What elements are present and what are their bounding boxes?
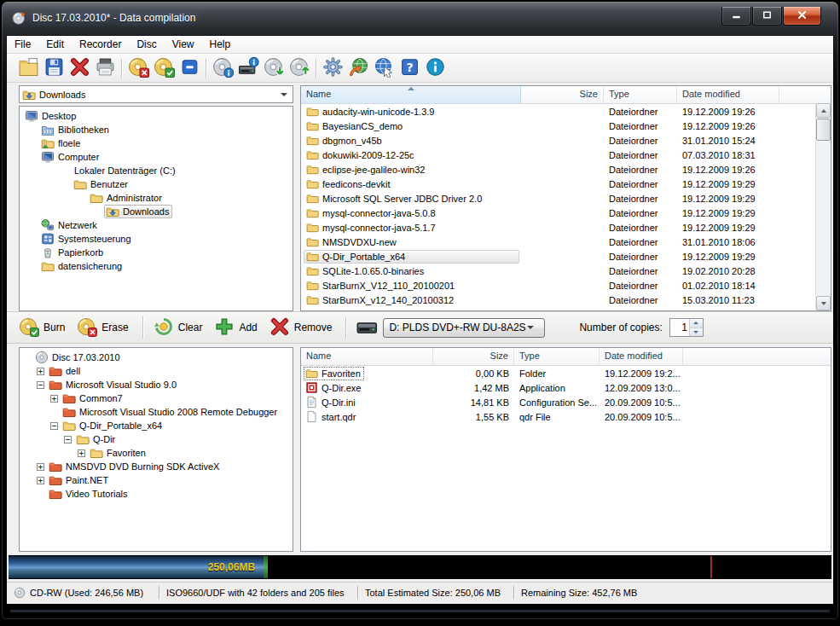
hide-window-button[interactable] (177, 55, 202, 81)
file-date: 19.02.2010 20:28 (677, 266, 779, 276)
erase-disc-button[interactable] (125, 55, 151, 81)
spin-down-button[interactable] (690, 328, 703, 337)
tree-expander[interactable]: + (37, 463, 44, 471)
folder-tree-item[interactable]: floele (20, 136, 293, 150)
compilation-file-row[interactable]: start.qdr 1,55 KB qdr File 20.09.2009 10… (301, 409, 831, 424)
compilation-tree-item[interactable]: − Microsoft Visual Studio 9.0 (20, 378, 293, 391)
compilation-tree-item[interactable]: + Paint.NET (20, 473, 293, 487)
column-header-size[interactable]: Size (521, 86, 604, 103)
erase-button[interactable]: Erase (77, 316, 128, 339)
compilation-tree-item[interactable]: − Q-Dir_Portable_x64 (20, 419, 293, 432)
tree-expander[interactable]: + (50, 395, 58, 403)
burn-button[interactable]: Burn (19, 316, 65, 339)
file-row[interactable]: mysql-connector-java-5.1.7 Dateiordner 1… (301, 220, 831, 235)
folder-tree-item[interactable]: Bibliotheken (20, 123, 293, 136)
tree-expander[interactable]: + (37, 477, 44, 484)
column-header-name[interactable]: Name (301, 348, 433, 365)
vertical-scrollbar[interactable] (815, 103, 831, 310)
compilation-file-row[interactable]: Favoriten 0,00 KB Folder 19.12.2009 19:2… (301, 366, 831, 380)
delete-button[interactable] (67, 55, 92, 81)
column-header-type[interactable]: Type (604, 86, 677, 103)
add-button[interactable]: Add (214, 316, 257, 339)
menu-item[interactable]: Disc (129, 36, 164, 53)
drive-info-button[interactable] (235, 55, 261, 81)
settings-button[interactable] (320, 55, 345, 81)
file-row[interactable]: dbgmon_v45b Dateiordner 31.01.2010 15:24 (301, 133, 831, 148)
spin-up-button[interactable] (690, 319, 703, 328)
file-row[interactable]: dokuwiki-2009-12-25c Dateiordner 07.03.2… (301, 148, 831, 162)
compilation-file-row[interactable]: Q-Dir.ini 14,81 KB Configuration Se... 2… (301, 395, 831, 409)
new-compilation-button[interactable] (15, 55, 41, 81)
scrollbar-thumb[interactable] (816, 119, 831, 141)
folder-dropdown[interactable]: Downloads (19, 85, 293, 103)
file-row[interactable]: mysql-connector-java-5.0.8 Dateiordner 1… (301, 206, 831, 220)
file-row[interactable]: feedicons-devkit Dateiordner 19.12.2009 … (301, 177, 831, 191)
menu-item[interactable]: Recorder (72, 36, 129, 53)
maximize-button[interactable] (752, 7, 782, 26)
folder-tree-item[interactable]: Downloads (20, 205, 293, 218)
menu-item[interactable]: Help (202, 36, 239, 53)
about-button[interactable] (422, 55, 448, 81)
folder-tree-item[interactable]: Systemsteuerung (20, 232, 293, 246)
print-button[interactable] (92, 55, 118, 81)
file-row[interactable]: StarBurnX_V12_110_20100201 Dateiordner 0… (301, 278, 831, 293)
scroll-down-button[interactable] (816, 296, 831, 310)
close-button[interactable] (783, 7, 821, 26)
column-header-name[interactable]: Name (301, 86, 521, 103)
column-header-date[interactable]: Date modified (600, 348, 683, 365)
file-row[interactable]: Q-Dir_Portable_x64 Dateiordner 19.12.200… (301, 249, 831, 264)
folder-tree-item[interactable]: datensicherung (20, 259, 293, 273)
folder-tree-item[interactable]: Lokaler Datenträger (C:) (20, 164, 293, 177)
compilation-tree-item[interactable]: + dell (20, 364, 293, 378)
compilation-file-row[interactable]: Q-Dir.exe 1,42 MB Application 12.09.2009… (301, 380, 831, 395)
compilation-tree-item[interactable]: + NMSDVD DVD Burning SDK ActiveX (20, 460, 293, 473)
save-button[interactable] (41, 55, 67, 81)
export-disc-button[interactable] (287, 55, 312, 81)
column-header-date[interactable]: Date modified (677, 86, 779, 103)
capacity-fill-edge (264, 556, 268, 578)
compilation-tree-item[interactable]: − Q-Dir (20, 432, 293, 446)
file-row[interactable]: NMSDVDXU-new Dateiordner 31.01.2010 18:0… (301, 235, 831, 249)
import-disc-button[interactable] (261, 55, 287, 81)
minimize-button[interactable] (721, 7, 751, 26)
file-icon (306, 293, 319, 306)
file-row[interactable]: BayesianCS_demo Dateiordner 19.12.2009 1… (301, 119, 831, 133)
folder-tree-item[interactable]: Computer (20, 150, 293, 164)
menu-item[interactable]: File (7, 36, 38, 53)
help-button[interactable]: ? (397, 55, 422, 81)
file-row[interactable]: eclipse-jee-galileo-win32 Dateiordner 19… (301, 162, 831, 177)
drive-dropdown[interactable]: D: PLDS DVD+-RW DU-8A2S (383, 318, 545, 338)
disc-info-button[interactable] (210, 55, 235, 81)
column-header-size[interactable]: Size (433, 348, 514, 365)
file-row[interactable]: SQLite-1.0.65.0-binaries Dateiordner 19.… (301, 264, 831, 278)
file-row[interactable]: Microsoft SQL Server JDBC Driver 2.0 Dat… (301, 191, 831, 206)
remove-button[interactable]: Remove (269, 316, 333, 339)
column-header-type[interactable]: Type (514, 348, 600, 365)
clear-button[interactable]: Clear (154, 316, 203, 339)
compilation-tree-item[interactable]: + Common7 (20, 391, 293, 405)
compilation-tree-item[interactable]: Disc 17.03.2010 (20, 351, 293, 364)
check-updates-button[interactable] (345, 55, 371, 81)
tree-expander[interactable]: − (64, 436, 72, 443)
burn-disc-button[interactable] (151, 55, 177, 81)
file-row[interactable]: StarBurnX_v12_140_20100312 Dateiordner 1… (301, 293, 831, 307)
website-button[interactable] (371, 55, 397, 81)
folder-tree-item[interactable]: Netzwerk (20, 218, 293, 232)
folder-tree-item[interactable]: Papierkorb (20, 246, 293, 259)
file-size: 1,55 KB (433, 412, 514, 422)
tree-expander[interactable]: − (50, 422, 58, 430)
compilation-tree-item[interactable]: Microsoft Visual Studio 2008 Remote Debu… (20, 405, 293, 419)
file-row[interactable]: audacity-win-unicode-1.3.9 Dateiordner 1… (301, 104, 831, 119)
scroll-up-button[interactable] (816, 103, 831, 118)
folder-tree-item[interactable]: Desktop (20, 109, 293, 123)
compilation-tree-item[interactable]: + Favoriten (20, 446, 293, 460)
folder-tree-item[interactable]: Benutzer (20, 177, 293, 191)
copies-spinner[interactable]: 1 (669, 318, 704, 337)
tree-expander[interactable]: + (78, 449, 85, 457)
folder-tree-item[interactable]: Administrator (20, 191, 293, 205)
menu-item[interactable]: Edit (38, 36, 72, 53)
tree-expander[interactable]: − (37, 381, 44, 389)
compilation-tree-item[interactable]: Video Tutorials (20, 487, 293, 501)
tree-expander[interactable]: + (37, 368, 44, 375)
menu-item[interactable]: View (165, 36, 202, 53)
